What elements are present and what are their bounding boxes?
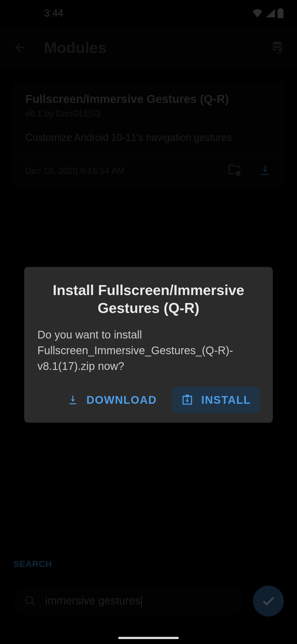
battery-icon — [277, 8, 284, 18]
module-info: Fullscreen/Immersive Gestures (Q-R) v8.1… — [13, 81, 284, 153]
dialog-title: Install Fullscreen/Immersive Gestures (Q… — [37, 281, 260, 317]
install-dialog: Install Fullscreen/Immersive Gestures (Q… — [24, 267, 273, 423]
status-bar: 3:44 — [0, 0, 297, 26]
download-button-label: DOWNLOAD — [86, 394, 157, 406]
search-value: immersive gestures — [45, 594, 142, 607]
search-row: immersive gestures — [13, 586, 284, 616]
status-icons — [252, 8, 284, 18]
text-caret — [141, 596, 142, 608]
dialog-actions: DOWNLOAD INSTALL — [37, 387, 260, 413]
arrow-left-icon — [13, 41, 26, 54]
page-title: Modules — [44, 39, 253, 56]
folder-info-icon — [227, 162, 242, 178]
module-footer: Dec 18, 2020 9:16:54 AM — [13, 153, 284, 188]
app-bar: Modules — [0, 26, 297, 68]
download-icon — [258, 163, 272, 177]
module-title: Fullscreen/Immersive Gestures (Q-R) — [25, 92, 272, 106]
back-button[interactable] — [12, 40, 28, 55]
module-subtitle: v8.1 by DanGLES3 — [25, 108, 272, 119]
wifi-icon — [252, 9, 263, 18]
module-description: Customize Android 10-11's navigation ges… — [25, 132, 272, 143]
module-card[interactable]: Fullscreen/Immersive Gestures (Q-R) v8.1… — [13, 81, 284, 188]
signal-icon — [265, 9, 275, 18]
repo-sync-button[interactable] — [270, 40, 285, 55]
search-label: SEARCH — [13, 559, 284, 569]
database-sync-icon — [270, 40, 284, 54]
download-icon — [67, 394, 79, 406]
module-info-button[interactable] — [227, 162, 242, 179]
module-date: Dec 18, 2020 9:16:54 AM — [25, 166, 227, 176]
search-confirm-button[interactable] — [253, 586, 284, 616]
dialog-body: Do you want to install Fullscreen_Immers… — [37, 327, 260, 374]
install-icon — [181, 394, 194, 406]
install-button[interactable]: INSTALL — [172, 387, 260, 413]
status-time: 3:44 — [44, 7, 63, 19]
module-actions — [227, 162, 272, 179]
nav-handle[interactable] — [118, 637, 179, 639]
module-download-button[interactable] — [258, 163, 272, 178]
search-icon — [24, 595, 36, 607]
search-input[interactable]: immersive gestures — [13, 587, 243, 615]
search-section: SEARCH immersive gestures — [0, 549, 297, 644]
check-icon — [261, 594, 276, 608]
install-button-label: INSTALL — [201, 394, 251, 406]
download-button[interactable]: DOWNLOAD — [58, 387, 166, 413]
content-area: Fullscreen/Immersive Gestures (Q-R) v8.1… — [0, 68, 297, 201]
